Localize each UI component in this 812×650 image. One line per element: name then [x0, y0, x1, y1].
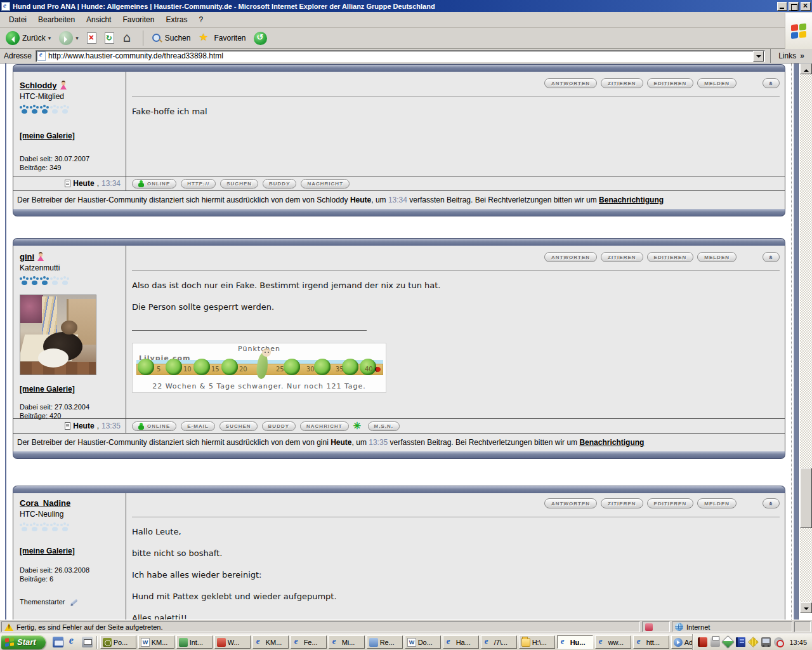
home-button[interactable]	[119, 30, 138, 46]
editieren-button[interactable]: EDITIEREN	[647, 252, 694, 262]
ladybug-icon	[375, 367, 381, 372]
paw-icon	[20, 522, 29, 532]
post-divider	[132, 270, 780, 271]
task-button[interactable]: KM...	[252, 635, 289, 649]
melden-button[interactable]: MELDEN	[697, 498, 737, 508]
date-label: Heute	[73, 179, 94, 188]
task-button[interactable]: Fe...	[291, 635, 327, 649]
username-link[interactable]: Cora_Nadine	[20, 498, 70, 508]
task-button[interactable]: Ad...	[671, 635, 693, 649]
tray-pen-icon[interactable]	[721, 635, 735, 649]
ticker-tick: 30	[306, 366, 315, 373]
task-button[interactable]: Int...	[176, 635, 213, 649]
restore-button[interactable]	[789, 2, 799, 11]
antworten-button[interactable]: ANTWORTEN	[544, 252, 597, 262]
email-button[interactable]: E-MAIL	[181, 421, 215, 431]
zitieren-button[interactable]: ZITIEREN	[601, 498, 643, 508]
forward-icon	[59, 31, 73, 45]
username-link[interactable]: Schloddy	[20, 81, 57, 90]
gallery-link[interactable]: [meine Galerie]	[20, 547, 75, 555]
gallery-link[interactable]: [meine Galerie]	[20, 131, 75, 140]
task-button[interactable]: Po...	[100, 635, 136, 649]
suchen-button[interactable]: SUCHEN	[220, 179, 258, 189]
task-button[interactable]: Do...	[405, 635, 441, 649]
antworten-button[interactable]: ANTWORTEN	[544, 78, 597, 88]
task-button[interactable]: Ha...	[443, 635, 479, 649]
post-count: Beiträge: 6	[20, 575, 119, 583]
close-button[interactable]	[801, 2, 811, 11]
task-button-active[interactable]: Hu...	[557, 635, 593, 649]
forward-dropdown-icon[interactable]: ▾	[75, 35, 79, 41]
address-input[interactable]: http://www.haustier-community.de/thread3…	[36, 50, 765, 62]
editieren-button[interactable]: EDITIEREN	[647, 498, 694, 508]
back-button[interactable]: Zurück ▾	[3, 30, 54, 46]
melden-button[interactable]: MELDEN	[697, 252, 737, 262]
scroll-top-button[interactable]	[763, 252, 780, 262]
tray-address-book-icon[interactable]	[736, 637, 745, 647]
scroll-down-button[interactable]	[800, 602, 812, 613]
tray-volume-blocked-icon[interactable]	[774, 637, 783, 647]
status-message-pane: Fertig, es sind Fehler auf der Seite auf…	[1, 621, 640, 632]
menu-favoriten[interactable]: Favoriten	[117, 13, 159, 26]
task-button[interactable]: htt...	[633, 635, 669, 649]
antworten-button[interactable]: ANTWORTEN	[544, 498, 597, 508]
buddy-button[interactable]: BUDDY	[262, 421, 296, 431]
suchen-button[interactable]: SUCHEN	[219, 421, 258, 431]
online-button[interactable]: ONLINE	[132, 179, 176, 189]
gallery-link[interactable]: [meine Galerie]	[20, 385, 75, 394]
history-button[interactable]	[251, 30, 270, 46]
msn-button[interactable]: M.S.N.	[368, 421, 400, 431]
task-button[interactable]: H:\...	[519, 635, 555, 649]
menu-datei[interactable]: Datei	[4, 13, 32, 26]
scroll-up-button[interactable]	[800, 63, 812, 74]
lilypie-ticker: Pünktchen Lilypie.com	[132, 343, 386, 393]
melden-button[interactable]: MELDEN	[697, 78, 737, 88]
task-button[interactable]: ww...	[595, 635, 631, 649]
minimize-button[interactable]	[777, 2, 787, 11]
scrollbar-thumb[interactable]	[800, 468, 812, 528]
back-dropdown-icon[interactable]: ▾	[48, 35, 51, 41]
task-button[interactable]: /7\...	[481, 635, 517, 649]
tray-display-icon[interactable]	[761, 637, 771, 647]
username-link[interactable]: gini	[20, 252, 34, 262]
tray-printer-icon[interactable]	[710, 637, 720, 647]
zitieren-button[interactable]: ZITIEREN	[601, 78, 643, 88]
ie-icon	[636, 638, 645, 647]
tray-yellow-pack-icon[interactable]	[748, 637, 759, 647]
menu-extras[interactable]: Extras	[160, 13, 192, 26]
show-desktop-icon[interactable]	[82, 637, 93, 647]
forward-button[interactable]: ▾	[56, 30, 82, 46]
nachricht-button[interactable]: NACHRICHT	[300, 421, 349, 431]
favorites-button[interactable]: Favoriten	[195, 30, 249, 46]
editieren-button[interactable]: EDITIEREN	[647, 78, 694, 88]
post-footer-bar	[13, 451, 785, 459]
search-button[interactable]: Suchen	[148, 31, 194, 45]
tray-red-app-icon[interactable]	[698, 637, 707, 647]
online-button[interactable]: ONLINE	[132, 421, 176, 431]
buddy-button[interactable]: BUDDY	[263, 179, 296, 189]
benachrichtigung-link[interactable]: Benachrichtigung	[579, 438, 644, 447]
window-title: Hund und Pro ANA | Hunde: Allgemeines | …	[13, 3, 776, 10]
nachricht-button[interactable]: NACHRICHT	[301, 179, 350, 189]
vertical-scrollbar[interactable]	[800, 63, 812, 613]
scroll-top-button[interactable]	[763, 78, 780, 88]
task-button[interactable]: W...	[214, 635, 251, 649]
benachrichtigung-link[interactable]: Benachrichtigung	[599, 196, 664, 204]
quick-launch-ie-icon[interactable]	[67, 637, 78, 647]
post-divider	[132, 517, 780, 517]
start-button[interactable]: Start	[1, 635, 46, 649]
menu-bearbeiten[interactable]: Bearbeiten	[33, 13, 80, 26]
scroll-top-button[interactable]	[763, 498, 780, 508]
quick-launch-mail-icon[interactable]	[53, 637, 63, 647]
address-dropdown-button[interactable]	[753, 51, 764, 62]
menu-ansicht[interactable]: Ansicht	[81, 13, 116, 26]
refresh-button[interactable]	[102, 31, 117, 45]
stop-button[interactable]	[84, 31, 100, 45]
task-button[interactable]: Mi...	[329, 635, 365, 649]
links-bar[interactable]: Links	[770, 49, 812, 63]
zitieren-button[interactable]: ZITIEREN	[601, 252, 643, 262]
menu-help[interactable]: ?	[193, 13, 208, 26]
task-button[interactable]: KM...	[138, 635, 174, 649]
http-button[interactable]: HTTP://	[181, 179, 216, 189]
task-button[interactable]: Re...	[367, 635, 403, 649]
